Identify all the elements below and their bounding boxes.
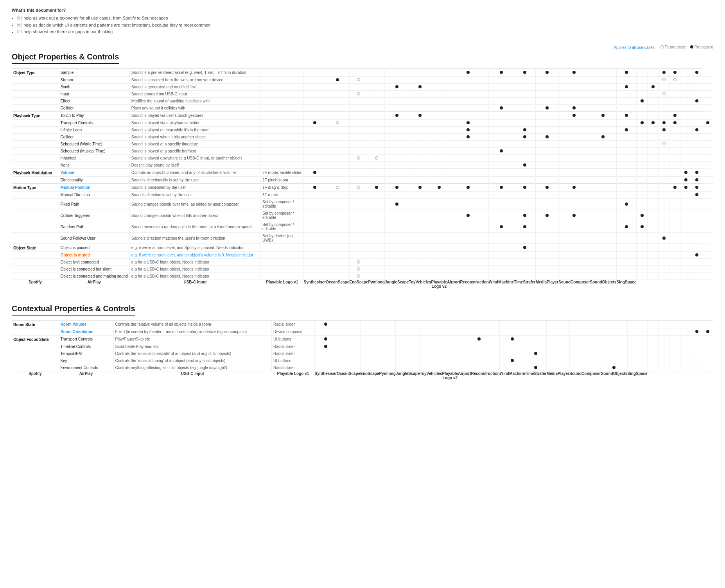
row-ui-control: Set by composer / editable [260,210,303,221]
dot-cell-16 [659,184,669,192]
table-row: Playback TypeTouch to PlaySound is playe… [12,112,713,120]
dot-cell-4 [385,127,409,134]
dot-cell-19 [702,350,713,357]
section2-table-wrapper: Room StateRoom VolumeControls the relati… [12,319,713,380]
dot-cell-17 [669,155,680,162]
row-subcategory: Room Orientation [59,328,113,335]
filled-dot-icon [324,345,327,348]
filled-dot-icon [534,366,537,369]
dot-cell-9 [514,192,535,199]
dot-cell-2 [349,169,368,177]
dot-cell-8 [489,273,514,280]
dot-cell-1 [337,328,360,335]
dot-cell-18 [680,134,691,141]
row-subcategory: Scheduled (Musical Time) [59,148,129,155]
dot-cell-1 [326,84,349,91]
dot-cell-18 [680,155,691,162]
dot-cell-15 [648,162,659,169]
filled-dot-icon [523,225,526,228]
dot-cell-13 [616,162,636,169]
row-category [12,210,59,221]
dot-cell-19 [691,69,702,77]
dot-cell-8 [489,120,514,127]
dot-cell-7 [458,357,500,364]
col-header-label-14: MediaPlayer [536,280,558,284]
dot-cell-0 [303,127,326,134]
dot-cell-12 [590,210,617,221]
dot-cell-17 [669,169,680,177]
filled-dot-icon [651,85,655,88]
dot-cell-5 [409,266,431,273]
col-header-7: Pymlong [379,371,396,380]
dot-cell-10 [536,266,558,273]
dot-cell-16 [659,192,669,199]
dot-cell-3 [368,148,385,155]
dot-cell-17 [669,259,680,266]
dot-cell-1 [326,98,349,105]
dot-cell-17 [680,335,691,343]
dot-cell-2 [349,69,368,77]
row-subcategory: Collider-triggered [59,210,129,221]
dot-cell-19 [691,162,702,169]
filled-dot-icon [511,359,514,362]
dot-cell-7 [447,120,489,127]
dot-cell-9 [514,244,535,252]
dot-cell-12 [590,77,617,84]
dot-legend: To prototype Prototyped [660,45,713,49]
dot-cell-19 [702,335,713,343]
col-header-0: Spotify [12,371,59,380]
filled-dot-icon [673,186,677,189]
row-description: Fixed (ie screen top/center = audio fron… [113,328,271,335]
dot-cell-8 [489,169,514,177]
dot-cell-11 [558,221,590,233]
dot-cell-18 [680,259,691,266]
dot-cell-10 [536,141,558,148]
dot-cell-8 [489,155,514,162]
filled-dot-icon [534,352,537,355]
dot-cell-7 [447,105,489,112]
row-description: Play/Pause/Skip etc [113,335,271,343]
dot-cell-10 [536,77,558,84]
col-header-label-16: SoundObjects [601,371,628,376]
applies-link[interactable]: Applies to all use cases [614,45,655,49]
row-subcategory: Scheduled (World Time) [59,141,129,148]
dot-cell-3 [368,199,385,210]
dot-cell-9 [514,233,535,244]
filled-dot-icon [546,106,549,109]
dot-cell-3 [368,252,385,259]
outline-dot-icon [357,156,360,160]
row-ui-control [260,120,303,127]
row-subcategory: Stream [59,77,129,84]
dot-cell-11 [558,134,590,141]
row-ui-control [260,273,303,280]
filled-dot-icon [625,225,628,228]
table-row: Room OrientationFixed (ie screen top/cen… [12,328,713,335]
row-category [12,357,59,364]
filled-dot-icon [601,135,605,138]
dot-cell-11 [569,328,601,335]
dot-cell-10 [547,335,569,343]
dot-cell-9 [514,210,535,221]
dot-cell-17 [669,134,680,141]
dot-cell-2 [349,199,368,210]
dot-cell-3 [368,184,385,192]
row-description: Plays any sound it collides with [129,105,260,112]
table-row: SynthSound is generated and modified 'li… [12,84,713,91]
dot-cell-14 [637,266,648,273]
dot-cell-2 [349,221,368,233]
dot-cell-7 [458,321,500,328]
dot-cell-7 [447,233,489,244]
dot-cell-12 [590,273,617,280]
dot-cell-6 [431,162,447,169]
dot-cell-15 [648,84,659,91]
dot-cell-3 [368,233,385,244]
row-ui-control: UI buttons [271,357,314,364]
dot-cell-17 [669,148,680,155]
row-ui-control: Set by device (eg UWB) [260,233,303,244]
dot-cell-15 [648,233,659,244]
dot-cell-2 [349,210,368,221]
dot-cell-9 [514,134,535,141]
dot-cell-18 [680,252,691,259]
dot-cell-17 [680,364,691,371]
filled-dot-icon [662,128,666,131]
